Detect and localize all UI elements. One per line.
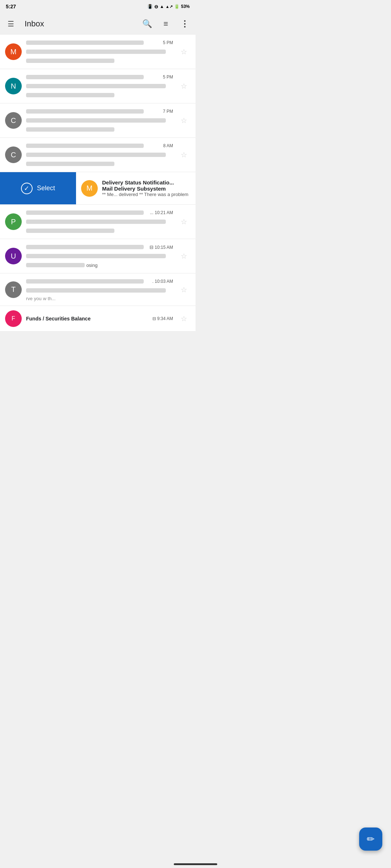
vibrate-icon: 📳: [147, 4, 153, 9]
avatar: T: [5, 281, 22, 298]
email-time: 7 PM: [163, 109, 173, 114]
page-title: Inbox: [22, 19, 136, 29]
preview-line: [26, 229, 114, 233]
email-content: 5 PM: [26, 73, 173, 99]
subject-line: [26, 118, 166, 123]
email-time: . 10:03 AM: [152, 279, 173, 284]
preview-line: [26, 127, 114, 132]
star-button[interactable]: ☆: [177, 114, 190, 127]
sort-icon: ≡: [164, 19, 168, 29]
more-options-button[interactable]: ⋮: [177, 16, 193, 32]
subject-line: [26, 220, 166, 224]
email-content: Funds / Securities Balance ⊟ 9:34 AM: [26, 316, 173, 322]
select-label: Select: [37, 184, 55, 192]
preview-text-1: rve you: [26, 296, 42, 301]
star-button[interactable]: ☆: [177, 283, 190, 296]
email-item[interactable]: M 5 PM ☆: [0, 35, 196, 69]
sender-line: [26, 279, 144, 284]
select-tooltip[interactable]: Select: [0, 172, 76, 204]
subject-line: [26, 153, 166, 157]
email-subject-partial: Funds / Securities Balance: [26, 316, 91, 322]
wifi-icon: ▲: [160, 4, 164, 9]
status-bar: 5:27 📳 ⊖ ▲ ▲↗ 🔋 53%: [0, 0, 196, 13]
status-icons: 📳 ⊖ ▲ ▲↗ 🔋 53%: [147, 4, 190, 9]
subject-line: [26, 288, 166, 293]
email-item-partial[interactable]: F Funds / Securities Balance ⊟ 9:34 AM ☆: [0, 306, 196, 332]
sender-line: [26, 75, 144, 79]
sort-button[interactable]: ≡: [158, 16, 174, 32]
search-icon: 🔍: [142, 19, 152, 29]
star-button[interactable]: ☆: [177, 45, 190, 58]
hamburger-icon: ☰: [8, 20, 14, 28]
menu-button[interactable]: ☰: [3, 16, 19, 32]
dnd-icon: ⊖: [154, 4, 158, 9]
attachment-icon-partial: ⊟: [152, 316, 156, 321]
email-item[interactable]: U ⊟ 10:15 AM osing ☆: [0, 239, 196, 273]
email-content: 8 AM: [26, 142, 173, 167]
search-button[interactable]: 🔍: [139, 16, 155, 32]
email-sender: Mail Delivery Subsystem: [102, 186, 190, 192]
email-content: ⊟ 10:15 AM osing: [26, 243, 173, 269]
star-button[interactable]: ☆: [177, 312, 190, 325]
preview-line: [26, 93, 114, 97]
select-check-icon: [21, 183, 33, 194]
email-content: 5 PM: [26, 39, 173, 64]
email-time: ⊟ 10:15 AM: [150, 244, 173, 250]
email-content: ... 10:21 AM: [26, 209, 173, 234]
avatar: F: [5, 310, 22, 327]
email-time: 5 PM: [163, 75, 173, 80]
email-time-partial: ⊟ 9:34 AM: [152, 316, 173, 321]
preview-line: [26, 263, 85, 267]
highlighted-email-item[interactable]: Select M Delivery Status Notificatio... …: [0, 172, 196, 205]
email-item[interactable]: T . 10:03 AM rve you w th... ☆: [0, 273, 196, 306]
more-icon: ⋮: [180, 19, 189, 29]
preview-line: [26, 162, 114, 166]
sender-line: [26, 245, 144, 249]
signal-icon: ▲↗: [165, 4, 173, 9]
email-time: 5 PM: [163, 40, 173, 45]
app-bar: ☰ Inbox 🔍 ≡ ⋮: [0, 13, 196, 35]
battery-icon: 🔋: [174, 4, 180, 9]
sender-line: [26, 109, 144, 114]
attachment-icon: ⊟: [150, 244, 154, 250]
email-subject: Delivery Status Notificatio...: [102, 179, 190, 186]
subject-line: [26, 50, 166, 54]
battery-percent: 53%: [181, 4, 190, 9]
email-content: . 10:03 AM rve you w th...: [26, 278, 173, 301]
avatar: U: [5, 248, 22, 264]
email-body: Delivery Status Notificatio... Mail Deli…: [102, 179, 190, 197]
avatar: N: [5, 78, 22, 94]
preview-text-2: w th...: [43, 296, 56, 301]
star-button[interactable]: ☆: [177, 80, 190, 93]
subject-line: [26, 84, 166, 88]
avatar: P: [5, 213, 22, 230]
subject-line: [26, 254, 166, 258]
star-button[interactable]: ☆: [177, 148, 190, 161]
star-button[interactable]: ☆: [177, 215, 190, 228]
preview-line: [26, 59, 114, 63]
sender-line: [26, 41, 144, 45]
star-button[interactable]: ☆: [177, 250, 190, 263]
email-preview: ** Me... delivered ** There was a proble…: [102, 192, 190, 197]
avatar: M: [5, 43, 22, 60]
preview-text: osing: [86, 263, 97, 268]
email-item[interactable]: P ... 10:21 AM ☆: [0, 205, 196, 239]
email-item[interactable]: N 5 PM ☆: [0, 69, 196, 103]
sender-line: [26, 144, 144, 148]
email-content: 7 PM: [26, 108, 173, 133]
sender-line: [26, 210, 144, 215]
email-item[interactable]: C 8 AM ☆: [0, 138, 196, 172]
email-time: 8 AM: [163, 143, 173, 148]
avatar: M: [81, 180, 98, 197]
avatar: C: [5, 146, 22, 163]
email-time: ... 10:21 AM: [150, 210, 173, 215]
email-item[interactable]: C 7 PM ☆: [0, 103, 196, 138]
email-list: M 5 PM ☆ N 5 PM ☆ C 7 PM: [0, 35, 196, 332]
avatar: C: [5, 112, 22, 129]
status-time: 5:27: [6, 4, 16, 9]
